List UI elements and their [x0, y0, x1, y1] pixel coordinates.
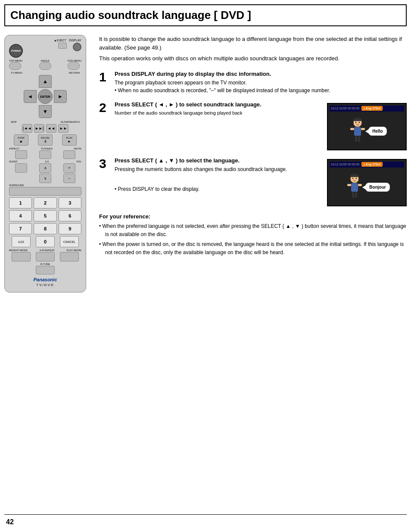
- vol-up-button[interactable]: +: [63, 163, 75, 173]
- step-3-number: 3: [99, 157, 109, 170]
- next-chapter-button[interactable]: ►►|: [34, 124, 44, 133]
- num-7-button[interactable]: 7: [9, 223, 32, 234]
- step-1-sub1: The program playback screen appears on t…: [115, 79, 407, 87]
- dpad-down-button[interactable]: ▼: [39, 105, 52, 118]
- dpad-left-button[interactable]: ◄: [24, 90, 37, 103]
- page-number: 42: [6, 518, 14, 526]
- fast-forward-button[interactable]: ►►: [58, 124, 68, 133]
- rtune-button[interactable]: [36, 266, 55, 274]
- step-2-content: Press SELECT ( ◄ , ► ) to select soundtr…: [115, 101, 407, 150]
- power-button[interactable]: POWER: [9, 44, 23, 58]
- num-4-button[interactable]: 4: [9, 210, 32, 221]
- intro-text-1: It is possible to change the audio sound…: [99, 35, 407, 52]
- mode-buttons-row: [9, 252, 81, 261]
- speech-bubble-1: Hello: [368, 127, 386, 136]
- numpad: 1 2 3 4 5 6 7 8 9: [9, 197, 81, 234]
- cancel-button[interactable]: CANCEL: [60, 236, 79, 247]
- svg-point-14: [352, 177, 354, 179]
- brand-subtitle: TV/DVD: [9, 283, 81, 287]
- num-0-button[interactable]: 0: [36, 236, 55, 247]
- dpad-right-button[interactable]: ►: [54, 90, 67, 103]
- reference-section: For your reference: • When the preferred…: [99, 213, 407, 257]
- svg-rect-11: [358, 184, 362, 186]
- svg-rect-1: [354, 127, 361, 136]
- stop-button[interactable]: STOP ■: [14, 134, 28, 146]
- enter-button[interactable]: ENTER: [38, 89, 53, 104]
- prev-chapter-button[interactable]: |◄◄: [22, 124, 32, 133]
- special-num-row: ≥10 0 CANCEL: [9, 236, 81, 247]
- step-1: 1 Press DISPLAY during play to display t…: [99, 71, 407, 94]
- step-2-with-image: Press SELECT ( ◄ , ► ) to select soundtr…: [115, 101, 407, 150]
- ch-up-button[interactable]: ∧: [39, 163, 51, 173]
- step-2-number: 2: [99, 101, 109, 114]
- screen-mockup-1: 01/12 01/05 00:00:00 1 Eng 270ch: [327, 103, 407, 150]
- num-2-button[interactable]: 2: [34, 197, 56, 208]
- num-6-button[interactable]: 6: [59, 210, 81, 221]
- dpad-up-button[interactable]: ▲: [39, 75, 52, 88]
- svg-point-7: [359, 121, 360, 123]
- pause-button[interactable]: PAUSE ⏸: [38, 134, 53, 146]
- svg-rect-2: [350, 128, 354, 130]
- play-button[interactable]: PLAY ►: [62, 134, 77, 146]
- page-header: Changing audio soundtrack language [ DVD…: [4, 4, 407, 26]
- svg-rect-9: [351, 183, 358, 192]
- step-3-content: Press SELECT ( ▲ , ▼ ) to select the lan…: [115, 157, 407, 206]
- gte10-button[interactable]: ≥10: [12, 236, 31, 247]
- vol-down-button[interactable]: −: [63, 174, 75, 183]
- eject-button[interactable]: [58, 43, 67, 49]
- screen1-highlight: 1 Eng 270ch: [361, 106, 383, 111]
- play-mode-button[interactable]: [60, 252, 79, 261]
- step-2: 2 Press SELECT ( ◄ , ► ) to select sound…: [99, 101, 407, 150]
- sleep-button[interactable]: [15, 163, 27, 173]
- top-menu-button[interactable]: [9, 62, 21, 70]
- step-1-number: 1: [99, 71, 109, 84]
- screen1-info: 01/12 01/05 00:00:00: [331, 107, 359, 110]
- remote-control: POWER ▲EJECT DISPLAY TOP MENU: [4, 35, 86, 292]
- screen2-content: Bonjour: [328, 169, 406, 205]
- top-menu-row: TOP MENU ANGLE DVD MENU: [9, 59, 81, 70]
- step-3-sub: Pressing the numeric buttons also change…: [115, 165, 323, 173]
- instructions-area: It is possible to change the audio sound…: [99, 31, 407, 292]
- num-5-button[interactable]: 5: [34, 210, 56, 221]
- surround-button[interactable]: [9, 187, 81, 196]
- aspect-tvsideo-mute-row: [9, 150, 81, 159]
- num-8-button[interactable]: 8: [34, 223, 56, 234]
- svg-point-15: [356, 177, 357, 179]
- reference-bullet-2: • When the power is turned on, or the di…: [99, 240, 407, 257]
- step-3-note: • Press DISPLAY to clear the display.: [115, 186, 323, 192]
- num-1-button[interactable]: 1: [9, 197, 32, 208]
- svg-rect-10: [347, 184, 351, 186]
- screen1-content: Hello: [328, 113, 406, 149]
- svg-rect-12: [352, 192, 354, 198]
- remote-area: POWER ▲EJECT DISPLAY TOP MENU: [4, 35, 90, 292]
- ch-down-button[interactable]: ∨: [39, 174, 51, 183]
- step-2-main: Press SELECT ( ◄ , ► ) to select soundtr…: [115, 101, 323, 108]
- step-2-text: Press SELECT ( ◄ , ► ) to select soundtr…: [115, 101, 323, 115]
- num-9-button[interactable]: 9: [59, 223, 81, 234]
- dvd-menu-button[interactable]: [68, 62, 80, 70]
- step-3-with-image: Press SELECT ( ▲ , ▼ ) to select the lan…: [115, 157, 407, 206]
- repeat-mode-button[interactable]: [12, 252, 31, 261]
- reference-bullet-1: • When the preferred language is not sel…: [99, 222, 407, 239]
- step-1-sub2: • When no audio soundtrack is recorded, …: [115, 87, 407, 94]
- angle-button[interactable]: [39, 62, 51, 70]
- rewind-button[interactable]: ◄◄: [46, 124, 56, 133]
- num-3-button[interactable]: 3: [59, 197, 81, 208]
- rtune-row: [9, 266, 81, 274]
- skip-slow-labels: SKIP SLOW/SEARCH: [9, 121, 81, 123]
- mute-button[interactable]: [63, 150, 75, 159]
- tv-video-button[interactable]: [39, 150, 51, 159]
- ab-repeat-button[interactable]: [36, 252, 55, 261]
- display-button[interactable]: [73, 43, 81, 51]
- aspect-button[interactable]: [15, 150, 27, 159]
- svg-rect-13: [355, 192, 357, 198]
- playback-row: STOP ■ PAUSE ⏸ PLAY ►: [9, 134, 81, 146]
- sleep-ch-vol-row: ∧ ∨ + −: [9, 163, 81, 183]
- main-content: POWER ▲EJECT DISPLAY TOP MENU: [4, 31, 407, 292]
- dpad-labels: TV MENU RETURN: [9, 72, 81, 74]
- page-title: Changing audio soundtrack language [ DVD…: [10, 9, 401, 22]
- step-2-caption: Number of the audio soundtrack language …: [115, 110, 323, 115]
- speech-bubble-2: Bonjour: [365, 183, 389, 192]
- step-3-main: Press SELECT ( ▲ , ▼ ) to select the lan…: [115, 157, 323, 164]
- transport-row: |◄◄ ►►| ◄◄ ►►: [9, 124, 81, 133]
